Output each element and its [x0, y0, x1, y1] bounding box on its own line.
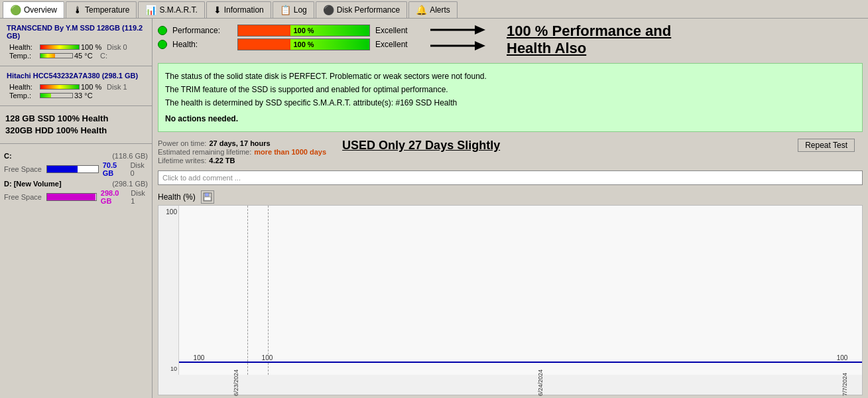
drive-c-free-label: Free Space [4, 165, 42, 173]
device1-health-value: 100 % [81, 43, 104, 51]
temperature-icon: 🌡 [73, 5, 82, 15]
device2-health-fill [40, 85, 79, 90]
drive-d-row: D: [New Volume] (298.1 GB) Free Space 29… [4, 180, 148, 205]
device1-stats: Health: 100 % Disk 0 Temp.: [4, 41, 148, 62]
status-box: The status of the solid state disk is PE… [158, 63, 863, 132]
drive-c-header: C: (118.6 GB) [4, 152, 148, 160]
device2-temp-bar [40, 93, 73, 98]
svg-marker-3 [475, 41, 485, 50]
save-chart-button[interactable] [201, 190, 214, 204]
chart-label-row: Health (%) [158, 189, 863, 205]
alerts-icon: 🔔 [416, 5, 427, 15]
drive-c-bar-outer [46, 165, 99, 173]
summary-line2: 320GB HDD 100% Health [5, 125, 147, 137]
status-line2: The TRIM feature of the SSD is supported… [165, 84, 855, 96]
device1-temp-disk: C: [100, 52, 107, 60]
chart-plot-area: 100 100 100 [178, 206, 862, 375]
power-on-label: Power on time: [158, 139, 206, 147]
dashed-line-2 [268, 206, 269, 375]
device1-title[interactable]: TRANSCEND By Y.M SSD 128GB (119.2 GB) [4, 23, 148, 41]
overview-icon: 🟢 [10, 5, 21, 15]
performance-dot [158, 26, 167, 35]
health-value: 100 % [293, 40, 314, 48]
x-label-2: 6/24/2024 [537, 377, 544, 396]
tab-bar: 🟢 Overview 🌡 Temperature 📊 S.M.A.R.T. ⬇ … [0, 0, 868, 19]
svg-marker-1 [475, 25, 485, 34]
performance-status: Excellent [375, 26, 422, 35]
performance-value: 100 % [293, 27, 314, 34]
arrows-area [427, 23, 487, 53]
tab-overview-label: Overview [24, 5, 57, 15]
lifetime-label: Estimated remaining lifetime: [158, 148, 251, 156]
drive-c-name: C: [4, 152, 12, 160]
device1-temp-bar [40, 53, 73, 58]
drive-c-row: C: (118.6 GB) Free Space 70.5 GB Disk 0 [4, 152, 148, 177]
y-label-100: 100 [166, 208, 177, 216]
device1-item: TRANSCEND By Y.M SSD 128GB (119.2 GB) He… [0, 21, 152, 63]
tab-overview[interactable]: 🟢 Overview [3, 1, 64, 18]
device2-item: Hitachi HCC543232A7A380 (298.1 GB) Healt… [0, 69, 152, 103]
health-bar-fill: 100 % [238, 39, 369, 50]
drive-c-bar-row: Free Space 70.5 GB Disk 0 [4, 161, 148, 177]
tab-temperature[interactable]: 🌡 Temperature [66, 1, 137, 18]
drive-c-free-value: 70.5 GB [103, 161, 127, 177]
device2-health-label: Health: [9, 83, 37, 91]
health-status: Excellent [375, 40, 422, 49]
drive-c-bar-inner [47, 166, 78, 172]
tab-temperature-label: Temperature [85, 5, 129, 15]
smart-icon: 📊 [145, 5, 156, 15]
device2-title[interactable]: Hitachi HCC543232A7A380 (298.1 GB) [4, 70, 148, 81]
remaining-lifetime-row: Estimated remaining lifetime: more than … [158, 148, 326, 156]
drive-d-bar-inner [47, 194, 95, 200]
used-text: USED Only 27 Days Slightly [342, 139, 500, 153]
dashed-line-1 [247, 206, 248, 375]
device2-health-disk: Disk 1 [107, 83, 127, 91]
device1-temp-value: 45 °C [74, 52, 97, 60]
chart-data-line [179, 362, 862, 363]
x-label-3: 7/7/2024 [841, 377, 848, 396]
drive-d-name: D: [New Volume] [4, 180, 62, 188]
drive-d-bar-outer [46, 193, 97, 201]
log-icon: 📋 [280, 5, 291, 15]
performance-bar: 100 % [237, 25, 370, 36]
metrics-area: Performance: 100 % Excellent Health: [158, 23, 422, 52]
device1-temp-row: Temp.: 45 °C C: [9, 52, 143, 60]
device1-health-bar [40, 44, 80, 50]
repeat-test-button[interactable]: Repeat Test [798, 139, 855, 152]
power-info: Power on time: 27 days, 17 hours Estimat… [158, 139, 326, 165]
drive-c-size: (118.6 GB) [112, 152, 148, 160]
chart-section: Health (%) 100 10 [158, 189, 863, 395]
tab-alerts[interactable]: 🔔 Alerts [408, 1, 458, 18]
disk-performance-icon: ⚫ [323, 5, 334, 15]
content-area: Performance: 100 % Excellent Health: [153, 19, 868, 398]
lifetime-writes-row: Lifetime writes: 4.22 TB [158, 157, 326, 165]
device2-stats: Health: 100 % Disk 1 Temp.: [4, 81, 148, 101]
device2-temp-value: 33 °C [74, 92, 97, 100]
writes-label: Lifetime writes: [158, 157, 206, 165]
chart-container: 100 10 100 100 100 [158, 205, 863, 395]
tab-log[interactable]: 📋 Log [273, 1, 314, 18]
tab-smart[interactable]: 📊 S.M.A.R.T. [138, 1, 204, 18]
tab-disk-performance[interactable]: ⚫ Disk Performance [316, 1, 407, 18]
drive-d-size: (298.1 GB) [112, 180, 148, 188]
device2-temp-fill [40, 94, 51, 98]
device1-temp-fill [40, 54, 55, 58]
save-icon [203, 192, 212, 202]
drive-c-disk-label: Disk 0 [130, 161, 148, 177]
chart-x-axis: 6/23/2024 6/24/2024 7/7/2024 [178, 375, 862, 395]
y-label-0: 10 [170, 365, 177, 372]
writes-value: 4.22 TB [209, 157, 235, 165]
chart-val-2: 100 [261, 354, 274, 362]
device2-temp-row: Temp.: 33 °C [9, 92, 143, 100]
sidebar: TRANSCEND By Y.M SSD 128GB (119.2 GB) He… [0, 19, 153, 398]
tab-alerts-label: Alerts [430, 5, 450, 15]
health-dot [158, 40, 167, 49]
tab-smart-label: S.M.A.R.T. [159, 5, 197, 15]
comment-field[interactable]: Click to add comment ... [158, 170, 863, 185]
x-label-1: 6/23/2024 [233, 377, 239, 396]
tab-information[interactable]: ⬇ Information [206, 1, 271, 18]
status-line5: No actions needed. [165, 113, 855, 125]
device1-health-disk: Disk 0 [107, 43, 127, 51]
drive-d-disk-label: Disk 1 [131, 189, 148, 205]
device2-health-value: 100 % [81, 83, 104, 91]
